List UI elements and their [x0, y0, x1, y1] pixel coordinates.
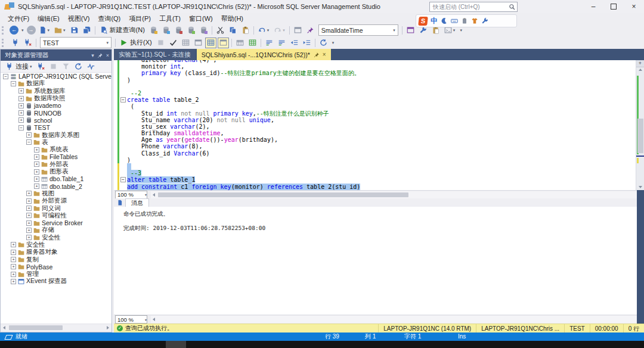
- tree-item[interactable]: +javademo: [1, 102, 112, 109]
- messages-hscrollbar[interactable]: [151, 316, 637, 323]
- window-position-icon[interactable]: ▾: [91, 52, 94, 58]
- collapse-icon[interactable]: −: [11, 81, 16, 86]
- open-file-button[interactable]: ▾: [52, 25, 67, 36]
- new-as-dmx-query-button[interactable]: [173, 25, 184, 36]
- change-connection-button[interactable]: [22, 38, 33, 48]
- execute-button[interactable]: 执行(X): [118, 38, 154, 48]
- expand-icon[interactable]: +: [18, 103, 24, 108]
- expand-icon[interactable]: +: [26, 213, 32, 218]
- cut-button[interactable]: [215, 25, 226, 36]
- menu-item-1[interactable]: 文件(F): [4, 13, 33, 24]
- collapse-icon[interactable]: −: [18, 125, 24, 130]
- menu-item-5[interactable]: 项目(P): [125, 13, 155, 24]
- save-all-button[interactable]: [81, 25, 92, 36]
- status-line[interactable]: 行 39: [325, 333, 339, 341]
- ime-keyboard-icon[interactable]: [451, 17, 458, 24]
- code-line[interactable]: primary key (class_id)--特别注意primary主键的创建…: [114, 70, 628, 76]
- tree-item[interactable]: +RUNOOB: [1, 109, 112, 116]
- status-column[interactable]: 列 1: [365, 333, 376, 341]
- new-de-query-button[interactable]: [148, 25, 159, 36]
- menu-item-4[interactable]: 查询(Q): [94, 13, 125, 24]
- minimize-button[interactable]: –: [583, 0, 603, 13]
- code-line[interactable]: --2: [114, 90, 628, 97]
- tree-item[interactable]: +FileTables: [1, 153, 112, 160]
- pin-icon[interactable]: [314, 52, 320, 58]
- parse-button[interactable]: [168, 38, 179, 48]
- expand-icon[interactable]: +: [18, 96, 24, 101]
- tree-item[interactable]: +dbo.Table_1: [1, 175, 112, 182]
- expand-icon[interactable]: +: [26, 191, 32, 196]
- code-line[interactable]: Brithday smalldatetime,: [114, 130, 628, 136]
- code-line[interactable]: [114, 83, 628, 90]
- expand-icon[interactable]: +: [18, 117, 24, 123]
- tree-item[interactable]: +PolyBase: [1, 263, 112, 271]
- tree-item[interactable]: +外部表: [1, 161, 112, 168]
- expand-icon[interactable]: +: [26, 235, 32, 240]
- code-line[interactable]: monitor int,: [114, 63, 628, 70]
- document-tab-1[interactable]: 实验五~1(1).SQL - 未连接: [114, 49, 196, 60]
- menu-item-6[interactable]: 工具(T): [155, 13, 185, 24]
- split-handle[interactable]: +: [636, 60, 644, 67]
- tree-item[interactable]: +Service Broker: [1, 219, 112, 226]
- hscroll-thumb[interactable]: [158, 192, 408, 197]
- expand-icon[interactable]: +: [26, 206, 32, 211]
- uncomment-button[interactable]: [276, 38, 287, 48]
- expand-icon[interactable]: +: [26, 228, 32, 233]
- undo-button[interactable]: ▾: [256, 25, 271, 36]
- status-insert-mode[interactable]: Ins: [458, 333, 466, 341]
- close-button[interactable]: ×: [624, 0, 644, 13]
- tab-messages[interactable]: 消息: [125, 198, 149, 207]
- scroll-down-icon[interactable]: [639, 186, 642, 188]
- fold-collapse-icon[interactable]: −: [120, 97, 126, 102]
- paste-button[interactable]: [240, 25, 251, 36]
- comment-button[interactable]: [264, 38, 275, 48]
- editor-zoom-select[interactable]: 100 % ▾: [115, 191, 147, 199]
- scroll-left-icon[interactable]: [3, 326, 5, 330]
- tree-item[interactable]: +school: [1, 117, 112, 124]
- tree-item[interactable]: +视图: [1, 190, 112, 197]
- code-line[interactable]: Age as year(getdate())-year(brithday),: [114, 136, 628, 143]
- quick-launch-input[interactable]: 快速启动 (Ctrl+Q): [429, 2, 518, 12]
- copy-button[interactable]: [227, 25, 239, 36]
- toolbar1-overflow[interactable]: ▾: [457, 28, 465, 33]
- design-query-button[interactable]: [247, 38, 258, 48]
- menu-item-8[interactable]: 帮助(H): [217, 13, 247, 24]
- expand-icon[interactable]: +: [11, 279, 16, 284]
- code-line[interactable]: Stu_name varchar(20) not null unique,: [114, 117, 628, 123]
- tree-item[interactable]: +服务器对象: [1, 248, 112, 256]
- tree-item[interactable]: +XEvent 探查器: [1, 278, 112, 285]
- expand-icon[interactable]: +: [26, 132, 32, 138]
- find-combo[interactable]: SmalldateTime▾: [318, 24, 398, 36]
- expand-icon[interactable]: +: [18, 88, 24, 94]
- toolbar1-grip[interactable]: [2, 26, 7, 35]
- code-line[interactable]: [114, 163, 628, 170]
- estimated-plan-button[interactable]: [180, 38, 191, 48]
- tree-item[interactable]: +系统数据库: [1, 88, 112, 95]
- code-line[interactable]: −alter table table_1: [114, 176, 628, 183]
- collapse-icon[interactable]: −: [3, 74, 8, 79]
- expand-icon[interactable]: +: [34, 184, 39, 189]
- oe-refresh-button[interactable]: [73, 61, 84, 72]
- hscroll-thumb[interactable]: [9, 325, 63, 330]
- editor-hscrollbar[interactable]: [151, 191, 637, 198]
- editor-vscrollbar[interactable]: +: [636, 60, 644, 190]
- expand-icon[interactable]: +: [34, 154, 39, 160]
- sql-window-button[interactable]: [405, 25, 416, 36]
- code-line[interactable]: (: [114, 103, 628, 110]
- new-as-xmla-query-button[interactable]: [185, 25, 197, 36]
- increase-indent-button[interactable]: [301, 38, 312, 48]
- include-actual-plan-button[interactable]: [205, 38, 216, 48]
- specify-template-values-button[interactable]: [234, 38, 246, 48]
- tree-item[interactable]: +可编程性: [1, 212, 112, 219]
- new-query-button[interactable]: 新建查询(N): [98, 25, 147, 36]
- save-button[interactable]: [69, 25, 80, 36]
- code-line[interactable]: Class_id Varchar(6): [114, 150, 628, 157]
- tree-item[interactable]: −表: [1, 139, 112, 146]
- code-line[interactable]: −create table table_2: [114, 97, 628, 103]
- fold-collapse-icon[interactable]: −: [120, 177, 126, 182]
- code-line[interactable]: Phone varchar(8),: [114, 143, 628, 150]
- scroll-up-icon[interactable]: [639, 69, 642, 71]
- expand-icon[interactable]: +: [34, 147, 39, 153]
- expand-icon[interactable]: +: [26, 198, 32, 204]
- ime-moon-icon[interactable]: [441, 17, 448, 24]
